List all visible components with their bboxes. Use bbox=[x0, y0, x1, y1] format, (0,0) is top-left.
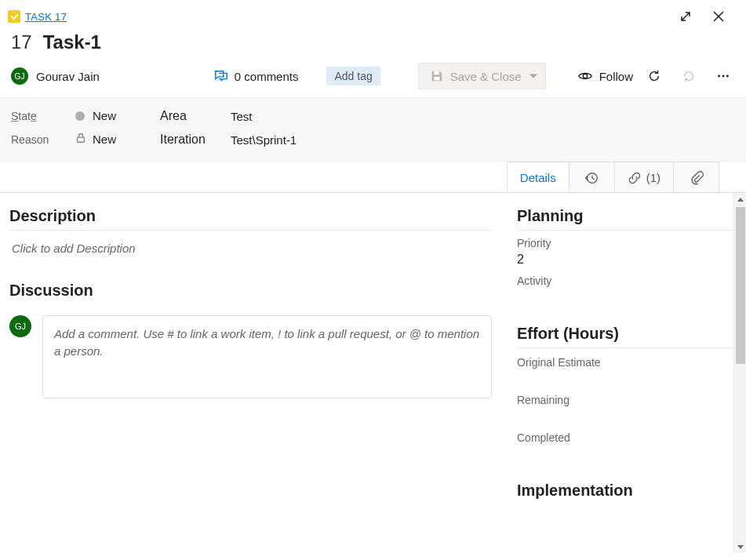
area-value[interactable]: Test bbox=[231, 110, 297, 123]
link-icon bbox=[628, 171, 642, 185]
svg-rect-6 bbox=[78, 137, 85, 142]
scroll-down-icon[interactable] bbox=[734, 540, 746, 553]
comments-count-label: 0 comments bbox=[235, 70, 299, 83]
implementation-heading: Implementation bbox=[517, 482, 733, 504]
history-icon bbox=[584, 171, 599, 185]
ellipsis-icon bbox=[716, 69, 730, 83]
save-and-close-button[interactable]: Save & Close bbox=[418, 63, 546, 89]
add-tag-button[interactable]: Add tag bbox=[326, 67, 380, 85]
state-label: State bbox=[11, 110, 71, 122]
remaining-label: Remaining bbox=[517, 394, 733, 406]
tab-details[interactable]: Details bbox=[507, 162, 570, 193]
undo-icon bbox=[682, 69, 696, 83]
chevron-down-icon bbox=[529, 75, 537, 78]
scroll-up-icon[interactable] bbox=[734, 193, 746, 205]
comment-input[interactable]: Add a comment. Use # to link a work item… bbox=[42, 315, 492, 398]
svg-point-2 bbox=[583, 74, 587, 78]
effort-heading: Effort (Hours) bbox=[517, 325, 733, 348]
work-item-title[interactable]: Task-1 bbox=[43, 31, 101, 53]
reason-label: Reason bbox=[11, 133, 71, 146]
scrollbar[interactable] bbox=[733, 193, 746, 553]
save-and-close-label: Save & Close bbox=[450, 70, 522, 83]
close-button[interactable] bbox=[702, 5, 735, 28]
svg-point-3 bbox=[718, 75, 720, 78]
activity-label: Activity bbox=[517, 275, 733, 287]
discussion-heading: Discussion bbox=[9, 282, 492, 304]
follow-label: Follow bbox=[599, 70, 633, 83]
priority-label: Priority bbox=[517, 237, 733, 249]
comments-button[interactable]: 0 comments bbox=[208, 66, 305, 86]
tab-history[interactable] bbox=[570, 162, 615, 193]
comment-avatar: GJ bbox=[9, 315, 31, 337]
refresh-button[interactable] bbox=[641, 63, 668, 89]
more-actions-button[interactable] bbox=[710, 63, 737, 89]
svg-point-4 bbox=[722, 75, 725, 78]
tab-links[interactable]: (1) bbox=[615, 162, 674, 193]
area-label: Area bbox=[160, 109, 220, 123]
breadcrumb-task-link[interactable]: TASK 17 bbox=[25, 11, 67, 23]
svg-rect-1 bbox=[434, 77, 439, 81]
scroll-thumb[interactable] bbox=[736, 207, 745, 364]
tabs: Details (1) bbox=[0, 161, 746, 192]
planning-heading: Planning bbox=[517, 207, 733, 231]
save-icon bbox=[430, 69, 444, 83]
original-estimate-value[interactable] bbox=[517, 372, 733, 386]
reason-value[interactable]: New bbox=[93, 133, 116, 146]
expand-icon bbox=[679, 10, 692, 23]
task-type-icon bbox=[8, 10, 20, 23]
original-estimate-label: Original Estimate bbox=[517, 356, 733, 369]
fields-section: State New Reason New Area Test Iteration… bbox=[0, 97, 746, 162]
work-item-id: 17 bbox=[11, 31, 32, 53]
description-heading: Description bbox=[9, 207, 492, 231]
paperclip-icon bbox=[690, 171, 704, 185]
tab-links-count: (1) bbox=[646, 171, 660, 184]
assignee-avatar[interactable]: GJ bbox=[11, 67, 28, 85]
priority-value[interactable]: 2 bbox=[517, 253, 733, 267]
refresh-icon bbox=[647, 69, 661, 83]
svg-point-5 bbox=[726, 75, 729, 78]
iteration-value[interactable]: Test\Sprint-1 bbox=[231, 133, 297, 147]
tab-attachments[interactable] bbox=[674, 162, 719, 193]
follow-button[interactable]: Follow bbox=[577, 68, 633, 84]
fullscreen-button[interactable] bbox=[669, 5, 702, 28]
discussion-icon bbox=[214, 69, 228, 83]
eye-icon bbox=[577, 68, 593, 84]
lock-icon bbox=[75, 133, 88, 147]
description-input[interactable]: Click to add Description bbox=[9, 238, 492, 258]
activity-value[interactable] bbox=[517, 290, 733, 304]
completed-value[interactable] bbox=[517, 447, 733, 461]
iteration-label: Iteration bbox=[160, 133, 220, 147]
undo-button[interactable] bbox=[675, 63, 702, 89]
state-value[interactable]: New bbox=[93, 109, 116, 122]
remaining-value[interactable] bbox=[517, 409, 733, 424]
svg-rect-0 bbox=[434, 71, 439, 75]
completed-label: Completed bbox=[517, 431, 733, 444]
close-icon bbox=[712, 10, 725, 23]
assignee-name[interactable]: Gourav Jain bbox=[36, 70, 100, 83]
state-dot-icon bbox=[75, 111, 85, 121]
